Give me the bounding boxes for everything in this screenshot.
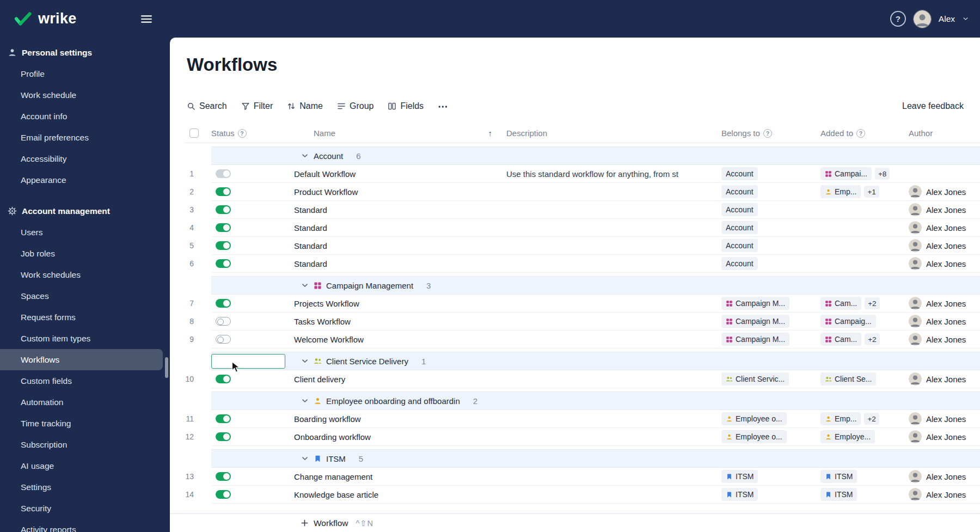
belongs-to-badge[interactable]: Account — [721, 239, 758, 252]
toolbar-fields-button[interactable]: Fields — [388, 101, 424, 111]
column-header-status[interactable]: Status ? — [211, 124, 294, 143]
workflow-name[interactable]: Client delivery — [294, 370, 506, 388]
workflow-row[interactable]: 2 Product Workflow Account Emp...+1 Alex… — [211, 183, 980, 201]
toolbar-group-button[interactable]: Group — [337, 101, 373, 111]
workflow-name[interactable]: Projects Workflow — [294, 295, 506, 312]
workflow-name[interactable]: Knowledge base article — [294, 486, 506, 503]
workflow-name[interactable]: Standard — [294, 201, 506, 218]
added-to-badge[interactable]: Emp... — [820, 412, 861, 425]
added-to-badge[interactable]: Campaig... — [820, 315, 876, 328]
belongs-to-help-icon[interactable]: ? — [763, 129, 772, 138]
sidebar-item-custom-item-types[interactable]: Custom item types — [0, 328, 170, 349]
belongs-to-badge[interactable]: Employee o... — [721, 430, 787, 443]
status-toggle[interactable] — [216, 205, 231, 214]
column-header-description[interactable]: Description — [506, 124, 721, 143]
belongs-to-badge[interactable]: Account — [721, 221, 758, 234]
added-to-badge[interactable]: Employe... — [820, 430, 875, 443]
sidebar-item-automation[interactable]: Automation — [0, 392, 170, 413]
status-toggle[interactable] — [216, 335, 231, 344]
workflow-row[interactable]: 14 Knowledge base article ITSM ITSM Alex… — [211, 486, 980, 504]
sidebar-item-work-schedule[interactable]: Work schedule — [0, 84, 170, 106]
sidebar-item-custom-fields[interactable]: Custom fields — [0, 370, 170, 392]
workflow-name[interactable]: Standard — [294, 237, 506, 254]
belongs-to-badge[interactable]: Account — [721, 185, 758, 198]
added-to-badge[interactable]: Cam... — [820, 333, 861, 346]
belongs-to-badge[interactable]: Employee o... — [721, 412, 787, 425]
belongs-to-badge[interactable]: Client Servic... — [721, 372, 789, 386]
user-name[interactable]: Alex — [939, 14, 955, 24]
status-toggle[interactable] — [216, 169, 231, 178]
sidebar-item-security[interactable]: Security — [0, 498, 170, 519]
workflow-name[interactable]: Change management — [294, 468, 506, 485]
status-toggle[interactable] — [216, 299, 231, 308]
workflow-row[interactable]: 3 Standard Account Alex Jones — [211, 201, 980, 219]
sidebar-item-work-schedules[interactable]: Work schedules — [0, 264, 170, 285]
workflow-name[interactable]: Tasks Workflow — [294, 313, 506, 330]
added-to-badge[interactable]: Campai... — [820, 167, 872, 180]
workflow-row[interactable]: 8 Tasks Workflow Campaign M... Campaig..… — [211, 313, 980, 331]
workflow-name[interactable]: Standard — [294, 255, 506, 272]
column-header-belongs-to[interactable]: Belongs to ? — [721, 124, 820, 143]
help-icon[interactable]: ? — [890, 11, 906, 27]
sidebar-item-activity-reports[interactable]: Activity reports — [0, 519, 170, 532]
workflow-name[interactable]: Boarding workflow — [294, 410, 506, 427]
added-to-help-icon[interactable]: ? — [856, 129, 865, 138]
added-to-badge[interactable]: Cam... — [820, 297, 861, 310]
belongs-to-badge[interactable]: ITSM — [721, 470, 758, 483]
wrike-logo[interactable]: wrike — [14, 10, 77, 27]
sidebar-item-subscription[interactable]: Subscription — [0, 434, 170, 455]
group-header-campaign-management[interactable]: Campaign Management 3 — [211, 276, 980, 295]
sidebar-item-time-tracking[interactable]: Time tracking — [0, 413, 170, 434]
sidebar-item-ai-usage[interactable]: AI usage — [0, 455, 170, 476]
hamburger-menu-button[interactable] — [141, 15, 152, 23]
belongs-to-badge[interactable]: Campaign M... — [721, 315, 789, 328]
status-toggle[interactable] — [216, 317, 231, 326]
belongs-to-badge[interactable]: ITSM — [721, 488, 758, 501]
workflow-row[interactable]: 6 Standard Account Alex Jones — [211, 255, 980, 273]
sidebar-item-profile[interactable]: Profile — [0, 63, 170, 84]
sidebar-item-job-roles[interactable]: Job roles — [0, 243, 170, 264]
workflow-name[interactable]: Standard — [294, 219, 506, 236]
sidebar-item-appearance[interactable]: Appearance — [0, 169, 170, 191]
workflow-row[interactable]: 10 Client delivery Client Servic... Clie… — [211, 370, 980, 388]
workflow-row[interactable]: 5 Standard Account Alex Jones — [211, 237, 980, 255]
add-workflow-button[interactable]: Workflow — [301, 518, 348, 528]
sidebar-item-email-preferences[interactable]: Email preferences — [0, 127, 170, 148]
belongs-to-badge[interactable]: Campaign M... — [721, 333, 789, 346]
status-toggle[interactable] — [216, 375, 231, 383]
chevron-down-icon[interactable] — [301, 151, 309, 160]
status-toggle[interactable] — [216, 432, 231, 441]
status-toggle[interactable] — [216, 187, 231, 196]
more-spaces-badge[interactable]: +2 — [864, 413, 879, 425]
status-toggle[interactable] — [216, 472, 231, 481]
belongs-to-badge[interactable]: Account — [721, 203, 758, 216]
belongs-to-badge[interactable]: Campaign M... — [721, 297, 789, 310]
toolbar-more-button[interactable]: ⋯ — [438, 100, 449, 113]
group-name-input[interactable] — [211, 354, 285, 369]
workflow-row[interactable]: 7 Projects Workflow Campaign M... Cam...… — [211, 295, 980, 313]
added-to-badge[interactable]: ITSM — [820, 470, 857, 483]
workflow-name[interactable]: Default Workflow — [294, 165, 506, 182]
group-header-itsm[interactable]: ITSM 5 — [211, 449, 980, 468]
column-header-name[interactable]: Name ↑ — [294, 124, 506, 143]
sidebar-item-request-forms[interactable]: Request forms — [0, 307, 170, 328]
status-help-icon[interactable]: ? — [238, 129, 247, 138]
belongs-to-badge[interactable]: Account — [721, 257, 758, 270]
group-header-employee-onboarding-and-offboardin[interactable]: Employee onboarding and offboardin 2 — [211, 392, 980, 410]
more-spaces-badge[interactable]: +2 — [865, 297, 879, 309]
added-to-badge[interactable]: ITSM — [820, 488, 857, 501]
workflow-row[interactable]: 13 Change management ITSM ITSM Alex Jone… — [211, 468, 980, 486]
more-spaces-badge[interactable]: +2 — [865, 333, 879, 345]
status-toggle[interactable] — [216, 223, 231, 232]
status-toggle[interactable] — [216, 490, 231, 499]
status-toggle[interactable] — [216, 241, 231, 250]
chevron-down-icon[interactable] — [962, 15, 969, 22]
more-spaces-badge[interactable]: +1 — [864, 186, 879, 198]
added-to-badge[interactable]: Emp... — [820, 185, 861, 198]
workflow-row[interactable]: 9 Welcome Workflow Campaign M... Cam...+… — [211, 331, 980, 348]
group-header-account[interactable]: Account 6 — [211, 146, 980, 165]
chevron-down-icon[interactable] — [301, 396, 309, 405]
column-header-added-to[interactable]: Added to ? — [820, 124, 909, 143]
more-spaces-badge[interactable]: +8 — [875, 168, 890, 180]
sidebar-item-spaces[interactable]: Spaces — [0, 285, 170, 307]
